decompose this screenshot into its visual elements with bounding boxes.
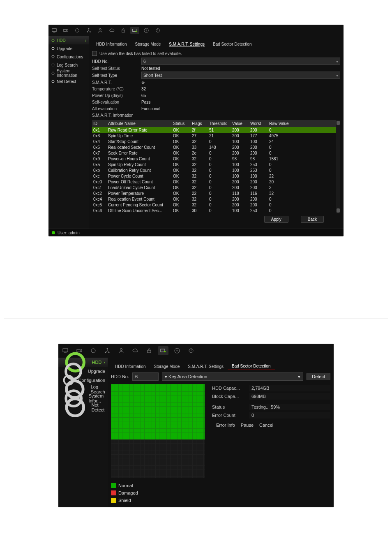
table-cell: 32	[191, 168, 208, 173]
table-header-cell[interactable]: Value	[231, 121, 249, 126]
table-cell: 32	[191, 180, 208, 184]
table-row[interactable]: 0x5Reallocated Sector CountOK33140200200…	[92, 144, 336, 150]
table-cell: Power Cycle Count	[107, 174, 172, 178]
sidebar-item-net-detect[interactable]: Net Detect	[48, 77, 89, 86]
help-icon[interactable]: ?	[172, 346, 182, 355]
table-row[interactable]: 0x7Seek Error RateOK2e02002000	[92, 150, 336, 156]
sidebar-item-configurations[interactable]: Configurations	[48, 53, 89, 61]
network-icon[interactable]	[84, 27, 93, 34]
scrollbar[interactable]	[336, 120, 340, 213]
table-row[interactable]: 0xc2Power TemperatureOK22011811632	[92, 190, 336, 196]
table-cell: OK	[172, 180, 191, 184]
table-row[interactable]: 0x1Raw Read Error RateOK2f512002000	[92, 127, 336, 133]
cloud-icon[interactable]	[130, 346, 141, 355]
table-cell: 253	[249, 162, 268, 167]
camera-icon[interactable]	[61, 27, 70, 34]
tab-storage-mode[interactable]: Storage Mode	[150, 363, 184, 370]
table-cell: 100	[231, 208, 249, 213]
power-icon[interactable]	[186, 346, 196, 355]
table-cell: 0xc1	[92, 185, 107, 190]
table-cell: 0	[208, 139, 231, 144]
detection-mode-select[interactable]: ▾ Key Area Detection▾	[162, 372, 303, 381]
table-header-cell[interactable]: Threshold	[208, 121, 231, 126]
hdd-no-select[interactable]: 6▾	[141, 58, 340, 65]
temperature-value: 32	[141, 87, 340, 91]
table-cell: 98	[249, 157, 268, 161]
help-icon[interactable]: ?	[142, 27, 151, 34]
sidebar-item-system-information[interactable]: System Information	[48, 69, 89, 77]
table-row[interactable]: 0xcPower Cycle CountOK32010010022	[92, 173, 336, 179]
scroll-down-arrow[interactable]	[337, 208, 340, 213]
self-test-status-label: Self-test Status	[92, 66, 141, 71]
table-cell: 200	[249, 185, 268, 190]
table-row[interactable]: 0xc6Off line Scan Uncorrect Sec...OK3001…	[92, 208, 336, 213]
pause-button[interactable]: Pause	[241, 423, 254, 428]
cancel-button[interactable]: Cancel	[259, 423, 273, 428]
error-info-button[interactable]: Error Info	[216, 423, 235, 428]
chevron-down-icon: ▾	[336, 73, 338, 78]
monitor-icon[interactable]	[50, 27, 59, 34]
drive-icon	[51, 38, 55, 42]
chevron-down-icon: ▾	[298, 374, 300, 379]
self-evaluate-checkbox-row[interactable]: Use when the disk has failed to self-eva…	[92, 49, 340, 58]
scroll-up-arrow[interactable]	[337, 121, 340, 125]
tab-bad-sector-detection[interactable]: Bad Sector Detection	[209, 41, 256, 48]
table-cell: OK	[172, 203, 191, 207]
table-header-cell[interactable]: Worst	[249, 121, 268, 126]
hdd-capac-label: HDD Capac...	[212, 386, 249, 391]
checkbox-icon[interactable]	[92, 51, 97, 56]
back-button[interactable]: Back	[301, 216, 324, 223]
table-cell: 0	[208, 157, 231, 161]
sidebar-item-hdd[interactable]: HDD›	[48, 36, 89, 44]
tab-s-m-a-r-t-settings[interactable]: S.M.A.R.T. Settings	[165, 41, 209, 48]
table-cell: 27	[191, 134, 208, 138]
hdd-no-select[interactable]: 6	[132, 372, 159, 381]
user-icon[interactable]	[96, 27, 105, 34]
lock-icon[interactable]	[119, 27, 128, 34]
tab-hdd-information[interactable]: HDD Information	[92, 41, 131, 48]
table-header-cell[interactable]: Status	[172, 121, 191, 126]
lock-icon[interactable]	[144, 346, 154, 355]
table-row[interactable]: 0xbCalibration Retry CountOK3201002530	[92, 167, 336, 173]
table-cell: 0	[268, 128, 336, 132]
cloud-icon[interactable]	[107, 27, 116, 34]
table-row[interactable]: 0xaSpin Up Retry CountOK3201002530	[92, 162, 336, 167]
apply-button[interactable]: Apply	[264, 216, 288, 223]
tab-bad-sector-detection[interactable]: Bad Sector Detection	[228, 363, 275, 370]
table-header-cell[interactable]: Raw Value	[268, 121, 336, 126]
sidebar-item-log-search[interactable]: Log Search	[48, 61, 89, 69]
user-icon[interactable]	[116, 346, 127, 355]
table-cell: 200	[249, 180, 268, 184]
detect-button[interactable]: Detect	[307, 373, 330, 380]
table-row[interactable]: 0xc0Power Off Retract CountOK32020020020	[92, 179, 336, 185]
table-row[interactable]: 0x9Power-on Hours CountOK32098981581	[92, 156, 336, 162]
svg-rect-8	[122, 30, 125, 32]
tab-hdd-information[interactable]: HDD Information	[111, 363, 150, 370]
table-row[interactable]: 0xc5Current Pending Sector CountOK320200…	[92, 202, 336, 208]
table-cell: 200	[231, 134, 249, 138]
network-icon[interactable]	[102, 346, 113, 355]
power-icon[interactable]	[153, 27, 162, 34]
legend-shield-swatch	[111, 498, 116, 503]
tab-s-m-a-r-t-settings[interactable]: S.M.A.R.T. Settings	[184, 363, 228, 370]
display-icon[interactable]	[158, 346, 168, 355]
sidebar-item-net-detect[interactable]: Net Detect	[58, 403, 108, 412]
table-cell: Start/Stop Count	[107, 139, 172, 144]
table-header-cell[interactable]: ID	[92, 121, 107, 126]
display-icon[interactable]	[130, 27, 139, 34]
table-header-cell[interactable]: Flags	[191, 121, 208, 126]
table-cell: 3	[268, 185, 336, 190]
table-row[interactable]: 0x4Start/Stop CountOK32010010024	[92, 139, 336, 144]
chevron-right-icon: ›	[85, 38, 86, 43]
table-row[interactable]: 0x3Spin Up TimeOK27212001774975	[92, 133, 336, 139]
smart-run-button[interactable]: ※	[141, 80, 340, 85]
sidebar-item-upgrade[interactable]: Upgrade	[48, 44, 89, 53]
tab-storage-mode[interactable]: Storage Mode	[131, 41, 165, 48]
table-header-cell[interactable]: Attribute Name	[107, 121, 172, 126]
chevron-down-icon: ▾	[336, 59, 338, 64]
table-row[interactable]: 0xc1Load/Unload Cycle CountOK3202002003	[92, 185, 336, 190]
table-row[interactable]: 0xc4Reallocation Event CountOK3202002000	[92, 196, 336, 202]
svg-rect-10	[136, 31, 137, 32]
self-test-type-select[interactable]: Short Test▾	[141, 72, 340, 79]
record-icon[interactable]	[73, 27, 82, 34]
